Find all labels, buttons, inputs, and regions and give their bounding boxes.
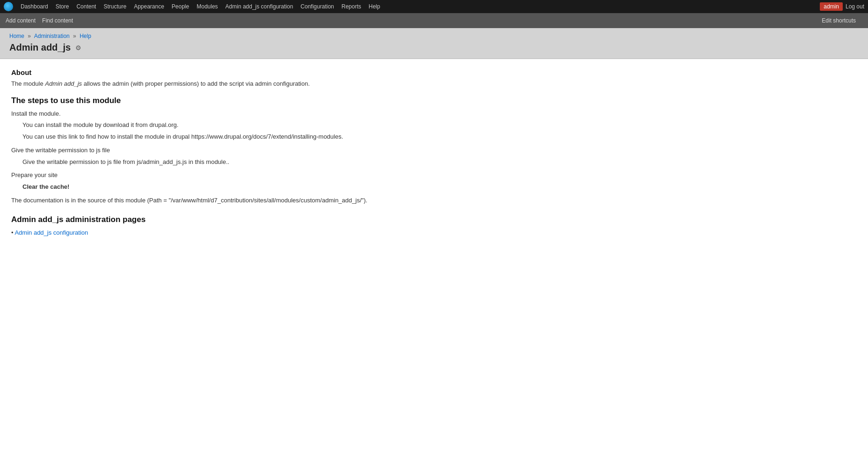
about-text-suffix: allows the admin (with proper permission… <box>82 80 310 87</box>
step2a: Give the writable permission to js file … <box>22 157 857 167</box>
steps-section: The steps to use this module Install the… <box>11 96 857 206</box>
breadcrumb-administration[interactable]: Administration <box>34 33 70 39</box>
nav-configuration[interactable]: Configuration <box>297 0 337 13</box>
nav-admin-add-js-config[interactable]: Admin add_js configuration <box>222 0 297 13</box>
find-content-link[interactable]: Find content <box>42 17 73 24</box>
step1b: You can use this link to find how to ins… <box>22 132 857 142</box>
gear-icon[interactable]: ⚙ <box>74 44 82 52</box>
user-area: admin Log out <box>820 2 864 11</box>
shortcuts-bar: Add content Find content Edit shortcuts <box>0 13 868 28</box>
nav-modules[interactable]: Modules <box>193 0 221 13</box>
step1a: You can install the module by download i… <box>22 120 857 130</box>
about-title: About <box>11 68 857 76</box>
breadcrumb: Home » Administration » Help <box>9 33 859 39</box>
list-item: Admin add_js configuration <box>11 228 857 238</box>
admin-bar: Dashboard Store Content Structure Appear… <box>0 0 868 13</box>
main-content: About The module Admin add_js allows the… <box>0 59 868 247</box>
step2: Give the writable permission to js file <box>11 146 857 156</box>
edit-shortcuts-link[interactable]: Edit shortcuts <box>822 17 856 24</box>
about-text-prefix: The module <box>11 80 45 87</box>
user-badge: admin <box>820 2 843 11</box>
logout-link[interactable]: Log out <box>846 3 864 10</box>
step3a: Clear the cache! <box>22 182 857 192</box>
admin-pages-title: Admin add_js administration pages <box>11 215 857 224</box>
about-section: About The module Admin add_js allows the… <box>11 68 857 89</box>
breadcrumb-sep2: » <box>73 33 76 39</box>
admin-add-js-config-link[interactable]: Admin add_js configuration <box>15 229 88 236</box>
nav-content[interactable]: Content <box>73 0 100 13</box>
page-header: Home » Administration » Help Admin add_j… <box>0 28 868 59</box>
breadcrumb-help[interactable]: Help <box>80 33 91 39</box>
admin-pages-list: Admin add_js configuration <box>11 228 857 238</box>
step1: Install the module. <box>11 109 857 119</box>
doc-path: The documentation is in the source of th… <box>11 196 857 206</box>
about-text-italic: Admin add_js <box>45 80 82 87</box>
nav-help[interactable]: Help <box>365 0 384 13</box>
admin-nav: Dashboard Store Content Structure Appear… <box>17 0 820 13</box>
breadcrumb-home[interactable]: Home <box>9 33 24 39</box>
about-text: The module Admin add_js allows the admin… <box>11 79 857 89</box>
nav-reports[interactable]: Reports <box>338 0 365 13</box>
nav-appearance[interactable]: Appearance <box>130 0 168 13</box>
nav-structure[interactable]: Structure <box>100 0 130 13</box>
breadcrumb-sep1: » <box>28 33 31 39</box>
page-title-row: Admin add_js ⚙ <box>9 42 859 53</box>
steps-title: The steps to use this module <box>11 96 857 105</box>
nav-store[interactable]: Store <box>52 0 73 13</box>
step3: Prepare your site <box>11 171 857 180</box>
site-logo <box>4 2 13 11</box>
page-title: Admin add_js <box>9 42 71 53</box>
nav-people[interactable]: People <box>168 0 193 13</box>
nav-dashboard[interactable]: Dashboard <box>17 0 52 13</box>
admin-pages-section: Admin add_js administration pages Admin … <box>11 215 857 238</box>
add-content-link[interactable]: Add content <box>6 17 36 24</box>
